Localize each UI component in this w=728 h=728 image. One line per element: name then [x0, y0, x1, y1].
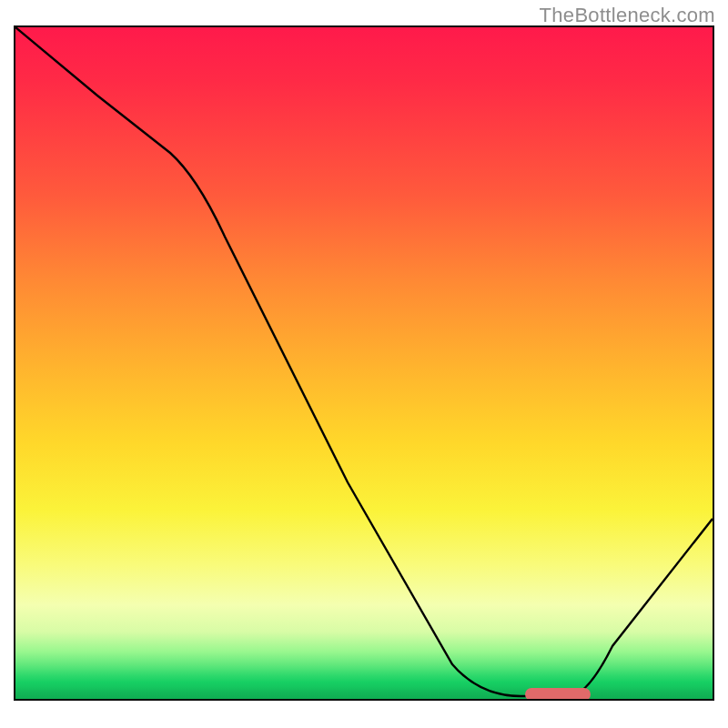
plot-area — [14, 25, 714, 701]
curve-svg — [15, 27, 713, 699]
chart-container: TheBottleneck.com — [0, 0, 728, 728]
watermark-text: TheBottleneck.com — [540, 4, 715, 27]
bottleneck-curve-path — [15, 27, 713, 696]
optimal-marker — [525, 688, 591, 701]
